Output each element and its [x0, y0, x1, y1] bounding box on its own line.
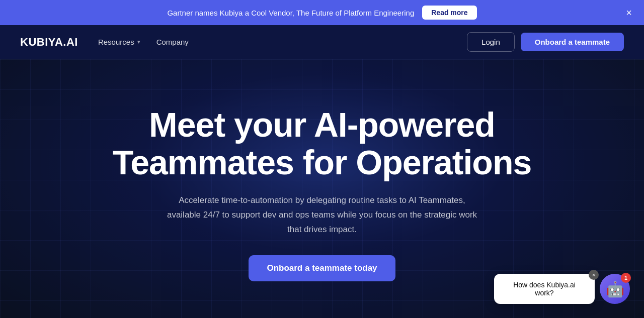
chat-bubble[interactable]: × How does Kubiya.ai work? [494, 274, 595, 304]
announcement-text: Gartner names Kubiya a Cool Vendor, The … [167, 9, 414, 17]
onboard-teammate-nav-button[interactable]: Onboard a teammate [521, 33, 624, 51]
onboard-teammate-hero-button[interactable]: Onboard a teammate today [249, 255, 395, 281]
chat-avatar-emoji: 🤖 [606, 280, 624, 298]
hero-title: Meet your AI-powered Teammates for Opera… [113, 106, 532, 181]
nav-links: Resources ▾ Company [98, 38, 189, 46]
nav-company-label: Company [156, 38, 189, 46]
nav-resources[interactable]: Resources ▾ [98, 38, 140, 46]
navbar: KUBIYA.AI Resources ▾ Company Login Onbo… [0, 25, 644, 59]
chevron-down-icon: ▾ [137, 39, 140, 45]
chat-avatar[interactable]: 🤖 1 [600, 274, 630, 304]
chat-notification-badge: 1 [621, 273, 631, 283]
close-banner-button[interactable]: × [626, 8, 632, 18]
login-button[interactable]: Login [467, 32, 515, 52]
logo[interactable]: KUBIYA.AI [20, 36, 78, 49]
hero-title-line2: Teammates for Operations [113, 143, 532, 181]
nav-right: Login Onboard a teammate [467, 32, 624, 52]
announcement-banner: Gartner names Kubiya a Cool Vendor, The … [0, 0, 644, 25]
hero-title-line1: Meet your AI-powered [149, 105, 495, 144]
read-more-button[interactable]: Read more [422, 6, 476, 20]
hero-subtitle: Accelerate time-to-automation by delegat… [161, 193, 483, 237]
nav-resources-label: Resources [98, 38, 134, 46]
nav-company[interactable]: Company [156, 38, 189, 46]
hero-section: Meet your AI-powered Teammates for Opera… [0, 59, 644, 318]
chat-bubble-close-button[interactable]: × [589, 270, 599, 280]
chat-bubble-text: How does Kubiya.ai work? [513, 281, 576, 297]
nav-left: KUBIYA.AI Resources ▾ Company [20, 36, 189, 49]
chat-widget: × How does Kubiya.ai work? 🤖 1 [494, 274, 630, 304]
